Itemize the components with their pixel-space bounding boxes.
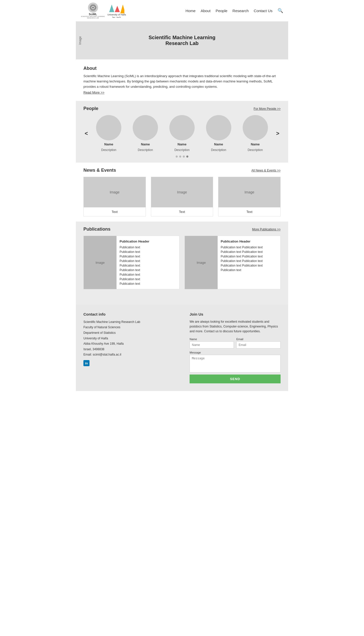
nav-home[interactable]: Home [186, 9, 196, 13]
footer-contact-text: Scientific Machine Learning Research Lab… [83, 319, 174, 358]
main-nav: Home About People Research Contact Us 🔍 [186, 8, 283, 13]
person-card-1: Name Description [96, 115, 121, 152]
news-more-link[interactable]: All News & Events >> [252, 169, 281, 172]
pub-header-1: Publication Header [120, 239, 149, 244]
person-name-3: Name [177, 142, 186, 146]
publications-section: Publications More Publications >> Image … [76, 222, 288, 304]
form-email-field: Email [236, 338, 281, 348]
pub-text-1: Publication textPublication textPublicat… [120, 245, 149, 286]
news-section: News & Events All News & Events >> Image… [76, 163, 288, 222]
carousel-dots [83, 156, 281, 158]
hero-title: Scientific Machine Learning Research Lab [149, 35, 216, 46]
sciml-sub-label: SCIENTIFIC MACHINE LEARNING RESEARCH LAB [81, 16, 105, 19]
form-message-input[interactable] [190, 355, 281, 372]
news-card-2: Image Text [151, 177, 213, 216]
carousel-dot-1[interactable] [176, 156, 178, 158]
news-cards: Image Text Image Text Image Text [83, 177, 281, 216]
pub-header-2: Publication Header [221, 239, 263, 244]
footer-line-1: Scientific Machine Learning Research Lab [83, 319, 174, 325]
svg-point-3 [92, 7, 94, 8]
news-card-1: Image Text [83, 177, 146, 216]
news-header: News & Events All News & Events >> [83, 168, 281, 173]
pub-card-1: Image Publication Header Publication tex… [83, 236, 179, 289]
footer-line-3: Department of Statistics [83, 330, 174, 336]
pub-card-2: Image Publication Header Publication tex… [185, 236, 281, 289]
about-text: Scientific Machine Learning (SciML) is a… [83, 74, 281, 89]
person-card-5: Name Description [243, 115, 268, 152]
person-avatar-4 [206, 115, 231, 140]
form-message-label: Message [190, 351, 281, 354]
form-message-field: Message [190, 351, 281, 372]
carousel-next-arrow[interactable]: > [275, 129, 281, 138]
pub-content-1: Publication Header Publication textPubli… [117, 236, 152, 289]
people-more-link[interactable]: For More People >> [254, 107, 281, 111]
person-name-2: Name [141, 142, 150, 146]
pub-content-2: Publication Header Publication text Publ… [218, 236, 266, 289]
publications-header: Publications More Publications >> [83, 227, 281, 232]
person-desc-3: Description [174, 148, 190, 152]
people-header: People For More People >> [83, 106, 281, 111]
person-card-4: Name Description [206, 115, 231, 152]
sciml-text-label: SciML [89, 13, 97, 16]
person-avatar-3 [169, 115, 195, 140]
footer: Contact info Scientific Machine Learning… [76, 304, 288, 391]
pub-cards: Image Publication Header Publication tex… [83, 236, 281, 289]
carousel-dot-4[interactable] [186, 156, 188, 158]
person-name-4: Name [214, 142, 223, 146]
footer-contact: Contact info Scientific Machine Learning… [83, 312, 174, 384]
carousel-prev-arrow[interactable]: < [83, 129, 89, 138]
nav-contact[interactable]: Contact Us [254, 9, 272, 13]
person-name-5: Name [251, 142, 260, 146]
person-card-2: Name Description [133, 115, 158, 152]
carousel-dot-2[interactable] [179, 156, 181, 158]
footer-line-7: Email: sciml@stat.haifa.ac.il [83, 352, 174, 358]
people-carousel: < Name Description Name Description Name… [83, 115, 281, 152]
pub-image-2: Image [185, 236, 218, 289]
person-avatar-1 [96, 115, 121, 140]
join-title: Join Us [190, 312, 281, 316]
form-name-input[interactable] [190, 341, 234, 348]
pub-image-1: Image [84, 236, 117, 289]
form-email-input[interactable] [236, 341, 281, 348]
form-email-label: Email [236, 338, 281, 341]
form-name-email-row: Name Email [190, 338, 281, 348]
hero-section: Image Scientific Machine Learning Resear… [76, 21, 288, 59]
news-text-1: Text [84, 207, 146, 216]
people-title: People [83, 106, 98, 111]
news-title: News & Events [83, 168, 116, 173]
form-name-label: Name [190, 338, 234, 341]
haifa-arabic-label: جامعة حيفا [112, 16, 121, 18]
header: SciML SCIENTIFIC MACHINE LEARNING RESEAR… [76, 0, 288, 21]
news-image-1: Image [84, 177, 146, 207]
join-text: We are always looking for excellent moti… [190, 319, 281, 334]
person-card-3: Name Description [169, 115, 195, 152]
search-icon[interactable]: 🔍 [278, 8, 283, 13]
footer-line-2: Faculty of Natural Sciences [83, 325, 174, 330]
person-desc-4: Description [211, 148, 226, 152]
footer-line-5: Abba Khoushy Ave 199, Haifa [83, 341, 174, 347]
people-cards: Name Description Name Description Name D… [92, 115, 272, 152]
form-name-field: Name [190, 338, 234, 348]
person-desc-1: Description [101, 148, 116, 152]
haifa-logo: University of Haifa جامعة حيفا [107, 3, 126, 18]
person-desc-5: Description [248, 148, 263, 152]
publications-more-link[interactable]: More Publications >> [252, 228, 281, 231]
news-image-2: Image [151, 177, 213, 207]
about-title: About [83, 66, 281, 71]
person-name-1: Name [104, 142, 113, 146]
footer-line-4: University of Haifa [83, 336, 174, 341]
send-button[interactable]: SEND [190, 375, 281, 383]
person-avatar-5 [243, 115, 268, 140]
read-more-link[interactable]: Read More >> [83, 91, 104, 94]
carousel-dot-3[interactable] [183, 156, 185, 158]
about-section: About Scientific Machine Learning (SciML… [76, 59, 288, 101]
person-desc-2: Description [138, 148, 153, 152]
nav-research[interactable]: Research [233, 9, 249, 13]
nav-people[interactable]: People [216, 9, 228, 13]
person-avatar-2 [133, 115, 158, 140]
footer-join: Join Us We are always looking for excell… [190, 312, 281, 384]
hero-image-label: Image [78, 36, 82, 45]
news-text-3: Text [218, 207, 280, 216]
nav-about[interactable]: About [201, 9, 211, 13]
linkedin-icon[interactable]: in [83, 360, 89, 366]
